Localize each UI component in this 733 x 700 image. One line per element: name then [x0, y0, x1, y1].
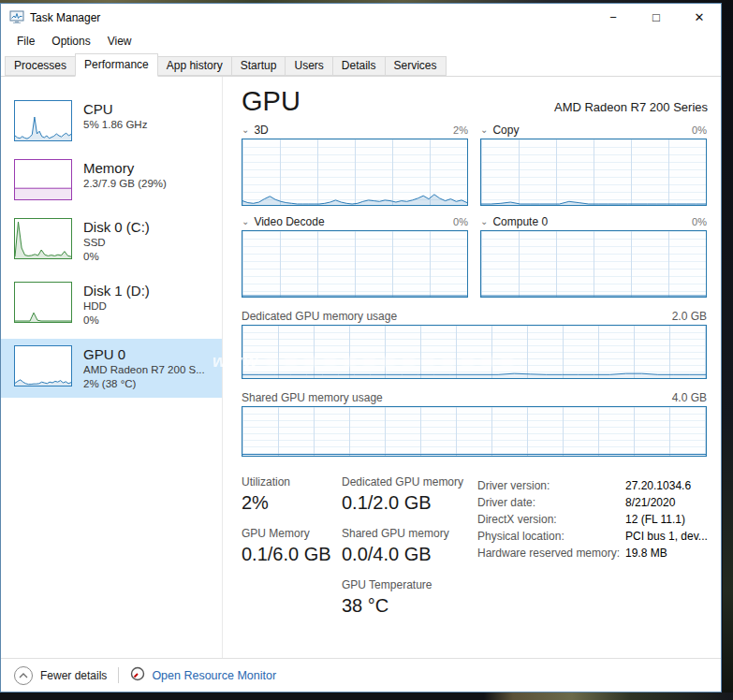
- engine-label-copy: Copy: [492, 124, 519, 137]
- utilization-value: 2%: [242, 492, 342, 514]
- close-button[interactable]: ✕: [678, 4, 721, 31]
- footer-bar: Fewer details Open Resource Monitor: [1, 658, 721, 692]
- shared-gpu-memory-value: 0.0/4.0 GB: [342, 544, 477, 565]
- sidebar-item-subtitle: AMD Radeon R7 200 S...: [83, 363, 205, 377]
- menu-view[interactable]: View: [99, 32, 140, 51]
- tab-performance[interactable]: Performance: [75, 53, 158, 77]
- open-resource-monitor-link[interactable]: Open Resource Monitor: [130, 666, 276, 684]
- menu-bar: File Options View: [1, 31, 721, 51]
- task-manager-window: Task Manager − □ ✕ File Options View Pro…: [0, 3, 722, 693]
- engine-value-video-decode: 0%: [453, 216, 468, 227]
- fewer-details-button[interactable]: Fewer details: [14, 666, 107, 685]
- shared-memory-max: 4.0 GB: [672, 391, 707, 404]
- desktop-background-bottom: [0, 693, 733, 700]
- detail-row: Driver version: 27.20.1034.6: [477, 477, 708, 494]
- engine-header-3d: ⌄ 3D 2%: [242, 122, 468, 139]
- sidebar-item-subtitle: HDD: [83, 299, 150, 314]
- disk1-mini-chart: [14, 282, 72, 323]
- sidebar-item-title: Disk 0 (C:): [83, 218, 150, 236]
- chart-copy: [480, 139, 707, 206]
- chart-dedicated-memory: [242, 325, 707, 379]
- chevron-down-icon[interactable]: ⌄: [242, 217, 249, 226]
- tab-strip: Processes Performance App history Startu…: [1, 51, 721, 77]
- desktop-background-right: [723, 3, 733, 693]
- gpu-temperature-label: GPU Temperature: [342, 578, 477, 591]
- resource-monitor-icon: [130, 666, 145, 684]
- sidebar-item-subtitle: 2.3/7.9 GB (29%): [83, 177, 167, 191]
- sidebar-item-memory[interactable]: Memory 2.3/7.9 GB (29%): [1, 153, 222, 207]
- engine-header-video-decode: ⌄ Video Decode 0%: [242, 213, 468, 230]
- tab-details[interactable]: Details: [332, 56, 386, 76]
- gpu-mini-chart: [14, 345, 72, 386]
- shared-memory-label: Shared GPU memory usage: [242, 391, 383, 404]
- sidebar-item-subtitle: 5% 1.86 GHz: [83, 118, 147, 132]
- chart-shared-memory: [242, 406, 707, 457]
- chevron-down-icon[interactable]: ⌄: [480, 217, 488, 226]
- tab-app-history[interactable]: App history: [157, 56, 232, 76]
- dedicated-memory-label: Dedicated GPU memory usage: [242, 310, 397, 323]
- sidebar-item-title: Memory: [83, 159, 167, 177]
- tab-users[interactable]: Users: [285, 56, 332, 76]
- footer-divider: [118, 667, 119, 683]
- detail-row: Hardware reserved memory: 19.8 MB: [477, 545, 708, 561]
- performance-sidebar: CPU 5% 1.86 GHz Memory 2.3/7.9 GB (29%) …: [1, 77, 223, 658]
- tab-processes[interactable]: Processes: [5, 56, 76, 76]
- sidebar-item-title: Disk 1 (D:): [83, 282, 150, 299]
- page-title: GPU: [242, 84, 301, 118]
- title-bar: Task Manager − □ ✕: [1, 4, 721, 31]
- memory-mini-chart: [14, 159, 72, 200]
- chart-video-decode: [242, 230, 468, 298]
- sidebar-item-title: GPU 0: [83, 345, 205, 363]
- gpu-memory-value: 0.1/6.0 GB: [242, 544, 342, 565]
- gpu-detail-panel: GPU AMD Radeon R7 200 Series ⌄ 3D 2% ⌄ C…: [223, 77, 721, 658]
- detail-row: Physical location: PCI bus 1, dev...: [477, 528, 708, 545]
- gpu-device-name: AMD Radeon R7 200 Series: [554, 100, 708, 118]
- chevron-down-icon[interactable]: ⌄: [242, 125, 249, 135]
- sidebar-item-title: CPU: [83, 100, 147, 118]
- gpu-stats: Utilization 2% GPU Memory 0.1/6.0 GB Ded…: [242, 475, 707, 630]
- cpu-mini-chart: [14, 100, 72, 141]
- window-title: Task Manager: [30, 11, 100, 24]
- engine-label-video-decode: Video Decode: [254, 215, 324, 228]
- shared-gpu-memory-label: Shared GPU memory: [342, 527, 477, 540]
- sidebar-item-disk0[interactable]: Disk 0 (C:) SSD 0%: [1, 211, 222, 270]
- chart-3d: [242, 139, 468, 206]
- engine-value-compute0: 0%: [692, 216, 707, 227]
- chart-compute0: [480, 230, 707, 298]
- menu-options[interactable]: Options: [43, 32, 98, 51]
- tab-startup[interactable]: Startup: [231, 56, 286, 76]
- chevron-down-icon[interactable]: ⌄: [480, 125, 488, 135]
- sidebar-item-subtitle: SSD: [83, 236, 150, 250]
- engine-header-compute0: ⌄ Compute 0 0%: [480, 213, 707, 230]
- engine-value-copy: 0%: [692, 124, 707, 136]
- sidebar-item-gpu0[interactable]: GPU 0 AMD Radeon R7 200 S... 2% (38 °C): [1, 339, 222, 398]
- minimize-button[interactable]: −: [592, 4, 635, 31]
- chevron-up-circle-icon: [14, 666, 33, 685]
- dedicated-gpu-memory-value: 0.1/2.0 GB: [342, 492, 477, 514]
- engine-value-3d: 2%: [453, 124, 468, 136]
- menu-file[interactable]: File: [8, 32, 43, 51]
- engine-header-copy: ⌄ Copy 0%: [480, 122, 707, 139]
- maximize-button[interactable]: □: [635, 4, 678, 31]
- task-manager-app-icon: [9, 10, 24, 24]
- dedicated-memory-max: 2.0 GB: [672, 310, 707, 323]
- sidebar-item-cpu[interactable]: CPU 5% 1.86 GHz: [1, 94, 222, 148]
- disk0-mini-chart: [14, 218, 72, 259]
- dedicated-gpu-memory-label: Dedicated GPU memory: [342, 475, 477, 489]
- gpu-memory-label: GPU Memory: [242, 527, 342, 540]
- detail-row: DirectX version: 12 (FL 11.1): [477, 511, 708, 528]
- gpu-temperature-value: 38 °C: [342, 595, 477, 617]
- sidebar-item-disk1[interactable]: Disk 1 (D:) HDD 0%: [1, 275, 222, 334]
- detail-row: Driver date: 8/21/2020: [477, 494, 708, 511]
- engine-label-3d: 3D: [254, 124, 268, 137]
- utilization-label: Utilization: [242, 475, 342, 489]
- tab-services[interactable]: Services: [385, 56, 447, 76]
- engine-label-compute0: Compute 0: [492, 215, 548, 228]
